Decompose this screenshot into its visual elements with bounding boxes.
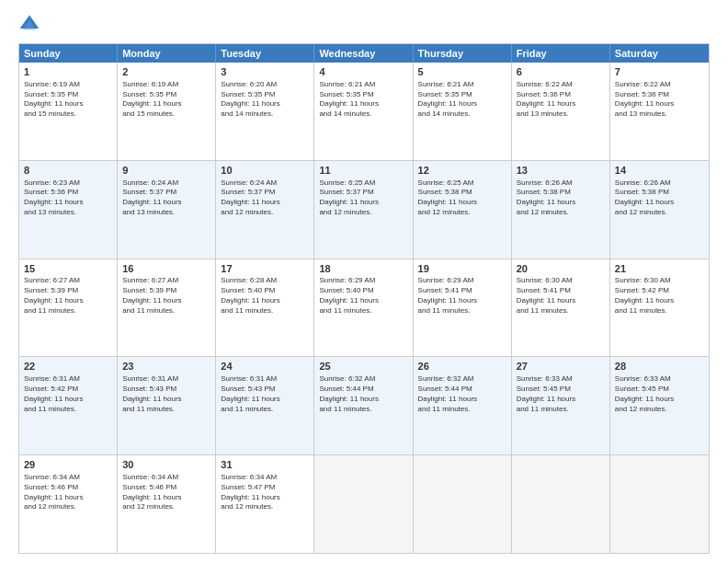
day-number: 3 [221, 65, 309, 79]
calendar-row: 29Sunrise: 6:34 AMSunset: 5:46 PMDayligh… [19, 455, 709, 553]
cell-line: Daylight: 11 hours [24, 493, 112, 503]
calendar-cell: 20Sunrise: 6:30 AMSunset: 5:41 PMDayligh… [512, 259, 610, 357]
cell-line: and 13 minutes. [122, 208, 210, 218]
cell-line: Daylight: 11 hours [418, 99, 506, 109]
day-number: 11 [319, 164, 407, 178]
calendar-cell: 2Sunrise: 6:19 AMSunset: 5:35 PMDaylight… [118, 63, 216, 160]
cell-line: Daylight: 11 hours [122, 493, 210, 503]
cell-line: Sunset: 5:35 PM [418, 90, 506, 100]
calendar-header: SundayMondayTuesdayWednesdayThursdayFrid… [19, 44, 709, 63]
calendar-cell: 11Sunrise: 6:25 AMSunset: 5:37 PMDayligh… [314, 161, 413, 259]
cell-line: and 11 minutes. [517, 405, 605, 415]
cell-line: and 14 minutes. [319, 109, 407, 120]
cell-line: Sunrise: 6:30 AM [615, 276, 704, 286]
calendar-cell: 30Sunrise: 6:34 AMSunset: 5:46 PMDayligh… [118, 455, 216, 553]
cell-line: Daylight: 11 hours [122, 395, 210, 405]
cell-line: Daylight: 11 hours [24, 99, 112, 109]
cell-line: Sunrise: 6:28 AM [221, 276, 309, 286]
cell-line: Sunrise: 6:25 AM [418, 178, 506, 189]
day-number: 21 [615, 262, 704, 276]
day-number: 20 [517, 262, 605, 276]
cell-line: Daylight: 11 hours [517, 99, 605, 109]
weekday-header: Saturday [610, 44, 709, 63]
calendar-cell: 9Sunrise: 6:24 AMSunset: 5:37 PMDaylight… [118, 161, 216, 259]
day-number: 30 [122, 458, 210, 472]
page: SundayMondayTuesdayWednesdayThursdayFrid… [0, 0, 728, 563]
cell-line: Sunset: 5:35 PM [122, 90, 210, 100]
cell-line: Daylight: 11 hours [319, 296, 407, 306]
cell-line: Daylight: 11 hours [221, 99, 309, 109]
cell-line: Daylight: 11 hours [517, 296, 605, 306]
weekday-header: Thursday [414, 44, 512, 63]
cell-line: Daylight: 11 hours [615, 296, 704, 306]
cell-line: and 11 minutes. [418, 306, 506, 316]
calendar-cell: 27Sunrise: 6:33 AMSunset: 5:45 PMDayligh… [512, 357, 610, 454]
calendar-cell-empty [314, 455, 413, 553]
cell-line: Sunrise: 6:31 AM [221, 374, 309, 385]
calendar-cell-empty [610, 455, 709, 553]
cell-line: and 11 minutes. [122, 405, 210, 415]
cell-line: Daylight: 11 hours [517, 198, 605, 208]
cell-line: and 13 minutes. [517, 109, 605, 120]
calendar-row: 22Sunrise: 6:31 AMSunset: 5:42 PMDayligh… [19, 357, 709, 455]
day-number: 10 [221, 164, 309, 178]
cell-line: Daylight: 11 hours [24, 395, 112, 405]
cell-line: Daylight: 11 hours [221, 198, 309, 208]
cell-line: Sunrise: 6:22 AM [615, 80, 704, 90]
cell-line: Daylight: 11 hours [418, 395, 506, 405]
logo-icon [18, 14, 40, 36]
cell-line: and 12 minutes. [517, 208, 605, 218]
calendar-cell: 13Sunrise: 6:26 AMSunset: 5:38 PMDayligh… [512, 161, 610, 259]
cell-line: and 12 minutes. [319, 208, 407, 218]
day-number: 18 [319, 262, 407, 276]
cell-line: and 11 minutes. [615, 306, 704, 316]
calendar-cell: 6Sunrise: 6:22 AMSunset: 5:36 PMDaylight… [512, 63, 610, 160]
cell-line: and 12 minutes. [221, 502, 309, 512]
calendar-cell: 25Sunrise: 6:32 AMSunset: 5:44 PMDayligh… [314, 357, 413, 454]
cell-line: Sunset: 5:36 PM [24, 188, 112, 198]
cell-line: Sunset: 5:38 PM [418, 188, 506, 198]
day-number: 28 [615, 360, 704, 373]
weekday-header: Monday [118, 44, 216, 63]
cell-line: Sunset: 5:37 PM [221, 188, 309, 198]
cell-line: Daylight: 11 hours [122, 99, 210, 109]
cell-line: and 14 minutes. [418, 109, 506, 120]
logo [18, 14, 44, 36]
day-number: 8 [24, 164, 112, 178]
calendar-cell: 8Sunrise: 6:23 AMSunset: 5:36 PMDaylight… [19, 161, 118, 259]
calendar-cell: 29Sunrise: 6:34 AMSunset: 5:46 PMDayligh… [19, 455, 118, 553]
cell-line: Sunset: 5:42 PM [24, 385, 112, 395]
cell-line: Sunrise: 6:26 AM [615, 178, 704, 189]
cell-line: Sunset: 5:36 PM [517, 90, 605, 100]
weekday-header: Wednesday [314, 44, 413, 63]
calendar-row: 8Sunrise: 6:23 AMSunset: 5:36 PMDaylight… [19, 161, 709, 259]
cell-line: Daylight: 11 hours [319, 198, 407, 208]
cell-line: Sunrise: 6:24 AM [122, 178, 210, 189]
cell-line: Daylight: 11 hours [221, 395, 309, 405]
calendar-row: 15Sunrise: 6:27 AMSunset: 5:39 PMDayligh… [19, 259, 709, 358]
cell-line: Sunset: 5:41 PM [418, 286, 506, 296]
cell-line: Daylight: 11 hours [615, 395, 704, 405]
day-number: 25 [319, 360, 407, 373]
cell-line: Sunrise: 6:32 AM [418, 374, 506, 385]
calendar-cell: 16Sunrise: 6:27 AMSunset: 5:39 PMDayligh… [118, 259, 216, 357]
day-number: 17 [221, 262, 309, 276]
cell-line: Sunset: 5:45 PM [517, 385, 605, 395]
cell-line: and 11 minutes. [221, 405, 309, 415]
cell-line: Sunrise: 6:34 AM [221, 473, 309, 483]
day-number: 2 [122, 65, 210, 79]
calendar-cell: 31Sunrise: 6:34 AMSunset: 5:47 PMDayligh… [216, 455, 314, 553]
calendar-cell: 17Sunrise: 6:28 AMSunset: 5:40 PMDayligh… [216, 259, 314, 357]
cell-line: Sunset: 5:40 PM [319, 286, 407, 296]
cell-line: Sunrise: 6:34 AM [24, 473, 112, 483]
cell-line: Sunrise: 6:23 AM [24, 178, 112, 189]
calendar-cell: 26Sunrise: 6:32 AMSunset: 5:44 PMDayligh… [414, 357, 512, 454]
cell-line: and 11 minutes. [319, 306, 407, 316]
calendar-cell: 5Sunrise: 6:21 AMSunset: 5:35 PMDaylight… [414, 63, 512, 160]
cell-line: Sunset: 5:45 PM [615, 385, 704, 395]
cell-line: Sunset: 5:46 PM [24, 483, 112, 493]
calendar-body: 1Sunrise: 6:19 AMSunset: 5:35 PMDaylight… [19, 63, 709, 553]
day-number: 9 [122, 164, 210, 178]
cell-line: Daylight: 11 hours [615, 198, 704, 208]
cell-line: and 12 minutes. [221, 208, 309, 218]
